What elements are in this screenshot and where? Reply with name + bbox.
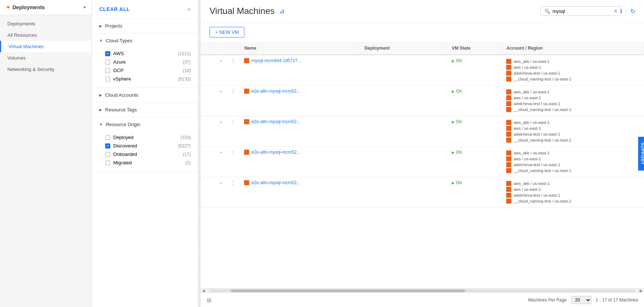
support-tab[interactable]: SUPPORT [638,136,644,170]
resource-origin-label: Resource Origin [106,122,140,127]
account-text: adelcheva-test / us-east-1 [514,101,560,106]
expand-icon[interactable]: » [220,58,222,63]
sidebar-collapse-icon[interactable]: ▾ [83,5,86,10]
filter-funnel-icon[interactable]: ⊿ [279,7,285,15]
table-footer: ⊞ Machines Per Page 20 50 100 1 - 17 of … [201,293,644,307]
migrated-checkbox[interactable] [105,160,110,165]
col-header-account[interactable]: Account / Region [502,42,644,55]
account-row: aws_akk / us-east-1 [506,150,639,156]
scroll-thumb[interactable] [231,289,465,292]
expand-icon[interactable]: » [220,89,222,93]
cloud-types-items: AWS (1211) Azure (37) GCP (10) [92,48,198,88]
vm-name-link[interactable]: mysql-mcm944-185727... [244,58,355,63]
state-dot-icon: ▶ [452,150,455,154]
azure-checkbox[interactable] [105,60,110,65]
freeze-columns-icon[interactable]: ⊞ [207,297,211,304]
search-icon: 🔍 [544,8,550,14]
vm-name-link[interactable]: e2e-a8n-mysql-mcm52... [244,180,355,185]
resource-tags-section-header[interactable]: ▶ Resource Tags [92,103,198,117]
row-expand-cell[interactable]: » [215,86,226,116]
expand-icon[interactable]: » [220,150,222,154]
deployed-checkbox[interactable] [105,135,110,140]
search-clear-icon[interactable]: ✕ [613,8,618,14]
row-menu-cell[interactable]: ⋮ [226,86,240,116]
row-expand-cell[interactable]: » [215,55,226,86]
projects-section-header[interactable]: ▶ Projects [92,19,198,33]
row-deployment-cell [360,116,447,147]
row-menu-icon[interactable]: ⋮ [231,180,235,185]
per-page-select[interactable]: 20 50 100 [571,296,591,304]
expand-icon[interactable]: » [220,181,222,185]
account-row: adelcheva-test / us-east-1 [506,71,639,76]
state-dot-icon: ▶ [452,89,455,93]
col-header-state[interactable]: VM State [447,42,502,55]
row-menu-cell[interactable]: ⋮ [226,177,240,208]
search-input[interactable] [552,8,611,14]
sidebar-item-virtual-machines[interactable]: Virtual Machines [0,41,92,52]
vm-icon [244,180,249,185]
filter-section-resource-origin: ▼ Resource Origin Deployed (154) Discove… [92,117,198,172]
account-row: aws / us-east-1 [506,156,639,161]
vm-name-link[interactable]: e2e-a8n-mysql-mcm52... [244,150,355,155]
row-name-cell: e2e-a8n-mysql-mcm52... [240,177,360,208]
sidebar-item-networking-security[interactable]: Networking & Security [0,64,92,75]
account-icon [506,95,511,100]
account-row: aws / us-east-1 [506,65,639,70]
account-row: aws_akk / us-east-1 [506,89,639,94]
expand-icon[interactable]: » [220,119,222,124]
vm-name-link[interactable]: e2e-a8n-mysql-mcm52... [244,119,355,124]
state-text: On [456,58,462,63]
account-icon [506,126,511,131]
onboarded-checkbox[interactable] [105,152,110,157]
footer-left: ⊞ [207,297,211,304]
col-header-deployment[interactable]: Deployment [360,42,447,55]
resource-origin-section-header[interactable]: ▼ Resource Origin [92,117,198,132]
row-menu-icon[interactable]: ⋮ [231,119,235,124]
row-expand-cell[interactable]: » [215,116,226,147]
discovered-checkbox[interactable] [105,143,110,149]
account-icon [506,59,511,64]
row-menu-icon[interactable]: ⋮ [231,89,235,94]
row-menu-icon[interactable]: ⋮ [231,58,235,63]
state-dot-icon: ▶ [452,59,455,63]
filter-collapse-button[interactable]: « [187,6,191,13]
row-menu-icon[interactable]: ⋮ [231,150,235,155]
vm-name-link[interactable]: e2e-a8n-mysql-mcm52... [244,89,355,94]
aws-checkbox[interactable] [105,51,110,56]
row-expand-cell[interactable]: » [215,147,226,177]
col-header-name[interactable]: Name [240,42,360,55]
account-icon [506,199,511,204]
row-deployment-cell [360,55,447,86]
projects-expand-icon: ▶ [99,24,102,28]
row-menu-cell[interactable]: ⋮ [226,55,240,86]
row-expand-cell[interactable]: » [215,177,226,208]
row-menu-cell[interactable]: ⋮ [226,116,240,147]
scroll-right-arrow[interactable]: ▶ [638,289,644,293]
sidebar-title: ✦ Deployments [6,4,45,10]
scroll-left-arrow[interactable]: ◀ [201,289,207,293]
account-text: aws_akk / us-east-1 [514,90,550,94]
new-vm-button[interactable]: + NEW VM [210,27,244,38]
row-menu-cell[interactable]: ⋮ [226,147,240,177]
clear-all-button[interactable]: CLEAR ALL [99,6,130,12]
account-icon [506,187,511,192]
sidebar-item-all-resources[interactable]: All Resources [0,29,92,41]
filter-item-azure: Azure (37) [105,58,191,66]
row-account-cell: aws_akk / us-east-1 aws / us-east-1 adel… [502,86,644,116]
gcp-checkbox[interactable] [105,68,110,73]
sidebar-item-deployments[interactable]: Deployments [0,18,92,29]
state-text: On [456,150,462,155]
account-icon [506,168,511,173]
cloud-types-section-header[interactable]: ▼ Cloud Types [92,33,198,48]
vm-state: ▶ On [452,119,498,124]
sidebar-item-volumes[interactable]: Volumes [0,52,92,64]
row-check-cell [201,147,215,177]
search-info-icon[interactable]: ℹ [620,8,622,14]
vm-table: Name Deployment VM State Account / Regio… [201,42,644,208]
refresh-button[interactable]: ↻ [630,8,635,15]
cloud-accounts-section-header[interactable]: ▶ Cloud Accounts [92,88,198,102]
state-dot-icon: ▶ [452,181,455,185]
account-icon [506,65,511,70]
vsphere-checkbox[interactable] [105,76,110,82]
horizontal-scrollbar[interactable]: ◀ ▶ [201,288,644,293]
